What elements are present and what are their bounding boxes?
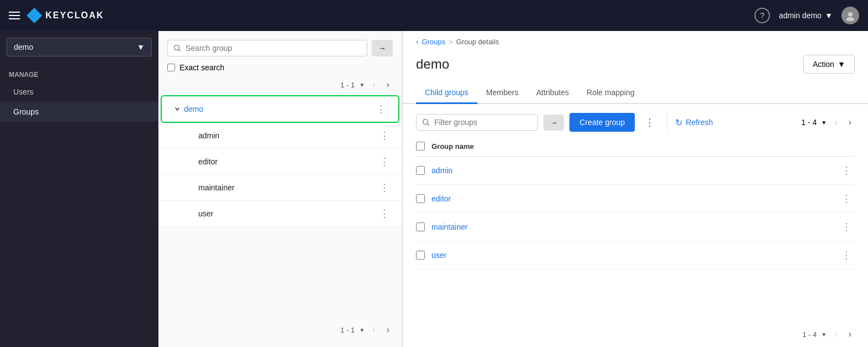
tree-prev-bottom[interactable]: ‹ (369, 324, 378, 336)
group-row-admin[interactable]: admin ⋮ (158, 123, 402, 149)
table-header-row: Group name (416, 136, 855, 157)
manage-label: Manage (0, 68, 158, 82)
svg-point-4 (423, 120, 428, 125)
child-groups-bottom-pagination: 1 - 4 ▼ ‹ › (403, 322, 868, 347)
group-row-maintainer[interactable]: maintainer ⋮ (158, 175, 402, 201)
tree-page-count-top: 1 - 1 (340, 81, 355, 89)
tab-attributes[interactable]: Attributes (527, 82, 578, 104)
group-row-user[interactable]: user ⋮ (158, 201, 402, 227)
group-row-demo[interactable]: demo ⋮ (161, 95, 399, 123)
group-tree-panel: → Exact search 1 - 1 ▼ ‹ › demo ⋮ a (158, 31, 402, 347)
group-search-bar: → (158, 40, 402, 63)
group-name-admin: admin (198, 131, 376, 140)
bottom-prev[interactable]: ‹ (831, 328, 840, 340)
group-tree: demo ⋮ admin ⋮ editor ⋮ maintainer ⋮ (158, 95, 402, 317)
action-button[interactable]: Action ▼ (803, 55, 855, 74)
search-group-input[interactable] (186, 44, 361, 53)
back-icon[interactable]: ‹ (416, 38, 418, 46)
refresh-label: Refresh (686, 118, 713, 127)
row-checkbox-maintainer[interactable] (416, 222, 425, 231)
user-menu[interactable]: admin demo ▼ (779, 11, 833, 20)
groups-label: Groups (13, 107, 39, 116)
exact-search-row: Exact search (158, 63, 402, 76)
child-groups-prev[interactable]: ‹ (831, 116, 840, 128)
exact-search-checkbox[interactable] (167, 64, 175, 71)
group-toggle-editor (185, 155, 198, 168)
hamburger-menu[interactable] (9, 12, 20, 19)
realm-selector[interactable]: demo ▼ (7, 38, 152, 56)
tree-page-dropdown-top[interactable]: ▼ (359, 82, 364, 88)
svg-line-5 (428, 124, 430, 126)
table-row: user ⋮ (416, 241, 855, 270)
filter-go-button[interactable]: → (543, 115, 564, 131)
child-groups-toolbar: → Create group ⋮ ↻ Refresh 1 - 4 ▼ ‹ › (403, 104, 868, 136)
top-navigation: KEYCLOAK ? admin demo ▼ (0, 0, 868, 31)
search-icon (173, 44, 181, 52)
table-row: admin ⋮ (416, 157, 855, 185)
exact-search-label: Exact search (179, 63, 224, 72)
bottom-next[interactable]: › (845, 328, 855, 340)
group-toggle-demo[interactable] (171, 102, 184, 116)
realm-chevron: ▼ (137, 43, 145, 51)
group-toggle-admin (185, 129, 198, 142)
logo: KEYCLOAK (27, 8, 104, 23)
group-kebab-admin[interactable]: ⋮ (376, 128, 393, 143)
sidebar-item-users[interactable]: Users (0, 82, 158, 102)
tree-prev-top[interactable]: ‹ (369, 79, 378, 91)
filter-input-wrap[interactable] (416, 114, 538, 131)
logo-icon (27, 8, 42, 23)
sidebar: demo ▼ Manage Users Groups (0, 31, 158, 347)
group-toggle-maintainer (185, 181, 198, 194)
group-search-input-wrap[interactable] (167, 40, 367, 56)
tab-role-mapping[interactable]: Role mapping (578, 82, 643, 104)
select-all-checkbox[interactable] (416, 142, 425, 151)
logo-text: KEYCLOAK (45, 11, 104, 20)
tree-pagination-bottom: 1 - 1 ▼ ‹ › (158, 317, 402, 338)
refresh-button[interactable]: ↻ Refresh (675, 117, 713, 128)
group-kebab-demo[interactable]: ⋮ (373, 102, 389, 116)
svg-line-3 (179, 50, 181, 52)
tree-page-count-bottom: 1 - 1 (340, 326, 355, 334)
child-group-name-editor[interactable]: editor (432, 194, 831, 203)
help-icon[interactable]: ? (754, 8, 770, 23)
toolbar-divider (667, 113, 667, 131)
group-toggle-user (185, 207, 198, 220)
child-group-name-user[interactable]: user (432, 251, 831, 260)
group-title: demo (416, 56, 449, 72)
tab-members[interactable]: Members (477, 82, 527, 104)
tab-bar: Child groups Members Attributes Role map… (403, 82, 868, 104)
group-kebab-editor[interactable]: ⋮ (376, 154, 393, 169)
bottom-page-dropdown[interactable]: ▼ (821, 332, 826, 338)
refresh-icon: ↻ (675, 117, 682, 128)
child-group-name-maintainer[interactable]: maintainer (432, 222, 831, 231)
filter-groups-input[interactable] (434, 118, 532, 127)
breadcrumb-groups-link[interactable]: Groups (422, 38, 445, 46)
group-row-editor[interactable]: editor ⋮ (158, 149, 402, 175)
row-kebab-user[interactable]: ⋮ (838, 248, 855, 262)
users-label: Users (13, 87, 34, 96)
row-kebab-maintainer[interactable]: ⋮ (838, 220, 855, 234)
create-group-button[interactable]: Create group (569, 113, 635, 132)
tree-pagination-top: 1 - 1 ▼ ‹ › (158, 76, 402, 95)
tab-child-groups[interactable]: Child groups (416, 82, 477, 104)
tree-next-bottom[interactable]: › (383, 324, 393, 336)
tree-page-dropdown-bottom[interactable]: ▼ (359, 327, 364, 333)
row-checkbox-user[interactable] (416, 251, 425, 260)
user-menu-chevron: ▼ (825, 11, 833, 20)
avatar[interactable] (841, 7, 859, 24)
row-kebab-editor[interactable]: ⋮ (838, 191, 855, 206)
row-checkbox-admin[interactable] (416, 166, 425, 175)
row-checkbox-editor[interactable] (416, 194, 425, 203)
sidebar-item-groups[interactable]: Groups (0, 102, 158, 122)
search-go-button[interactable]: → (372, 40, 393, 56)
toolbar-kebab-button[interactable]: ⋮ (640, 114, 659, 131)
child-groups-page-dropdown[interactable]: ▼ (821, 120, 826, 126)
child-groups-next[interactable]: › (845, 116, 855, 128)
realm-name: demo (14, 43, 33, 51)
child-group-name-admin[interactable]: admin (432, 166, 831, 175)
group-kebab-user[interactable]: ⋮ (376, 206, 393, 221)
group-name-user: user (198, 209, 376, 218)
group-kebab-maintainer[interactable]: ⋮ (376, 180, 393, 195)
row-kebab-admin[interactable]: ⋮ (838, 163, 855, 178)
tree-next-top[interactable]: › (383, 79, 393, 91)
